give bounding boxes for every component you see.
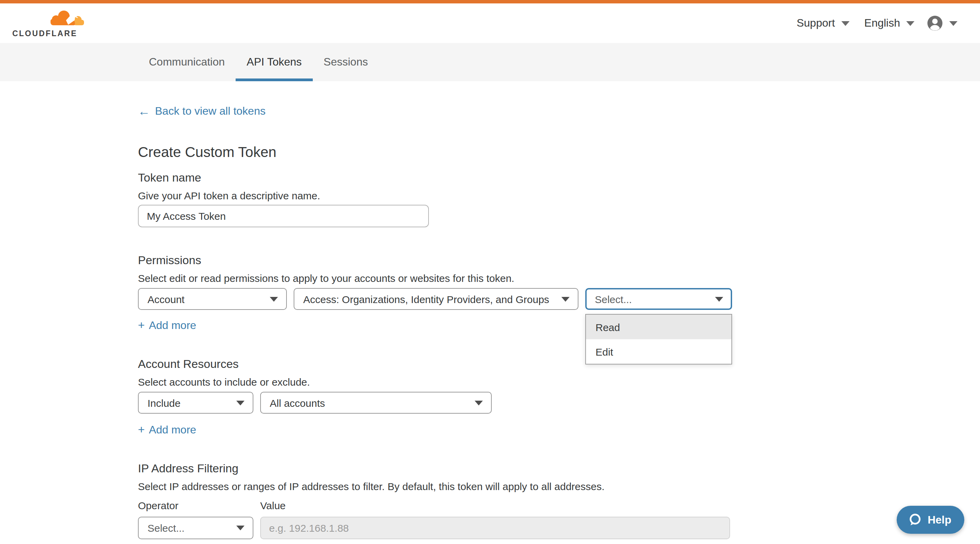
caret-down-icon <box>562 297 570 301</box>
value-label: Value <box>260 500 286 511</box>
permissions-heading: Permissions <box>138 253 980 268</box>
ip-filtering-heading: IP Address Filtering <box>138 462 980 476</box>
caret-down-icon <box>270 297 278 301</box>
caret-down-icon <box>475 400 483 405</box>
support-menu[interactable]: Support <box>797 17 849 29</box>
support-menu-label: Support <box>797 17 835 29</box>
token-name-input[interactable] <box>138 205 429 227</box>
permission-scope-select[interactable]: Account <box>138 288 287 310</box>
account-resources-add-more-link[interactable]: + Add more <box>138 423 196 437</box>
ip-value-input <box>260 517 730 539</box>
access-dropdown-menu: Read Edit <box>585 314 732 365</box>
menu-item-read[interactable]: Read <box>586 315 732 339</box>
left-arrow-icon: ← <box>138 105 150 117</box>
app-header: CLOUDFLARE Support English <box>0 3 980 43</box>
back-link-label: Back to view all tokens <box>155 105 266 118</box>
permission-access-select[interactable]: Select... <box>585 288 732 310</box>
account-resources-heading: Account Resources <box>138 357 980 372</box>
permission-access-wrap: Select... Read Edit <box>585 288 732 310</box>
header-nav: Support English <box>797 15 958 32</box>
permissions-description: Select edit or read permissions to apply… <box>138 272 980 285</box>
help-button-label: Help <box>928 514 951 526</box>
page-title: Create Custom Token <box>138 143 980 161</box>
permissions-add-more-label: Add more <box>149 319 196 332</box>
plus-icon: + <box>138 423 145 437</box>
chevron-down-icon <box>949 21 958 25</box>
operator-label: Operator <box>138 500 178 511</box>
permissions-add-more-link[interactable]: + Add more <box>138 319 196 332</box>
caret-down-icon <box>236 526 245 530</box>
top-accent-bar <box>0 0 980 3</box>
main-content: ← Back to view all tokens Create Custom … <box>0 81 980 539</box>
avatar-icon <box>927 15 943 32</box>
account-resources-description: Select accounts to include or exclude. <box>138 376 980 389</box>
caret-down-icon <box>236 400 245 405</box>
operator-placeholder: Select... <box>148 522 185 534</box>
token-name-description: Give your API token a descriptive name. <box>138 189 980 202</box>
include-select[interactable]: Include <box>138 392 253 414</box>
permission-group-select[interactable]: Access: Organizations, Identity Provider… <box>294 288 578 310</box>
account-menu[interactable] <box>927 15 958 32</box>
chat-bubble-icon <box>908 512 922 527</box>
ip-filtering-section: IP Address Filtering Select IP addresses… <box>138 462 980 539</box>
tab-sessions[interactable]: Sessions <box>313 43 379 81</box>
cloudflare-logo[interactable]: CLOUDFLARE <box>12 9 85 37</box>
back-to-tokens-link[interactable]: ← Back to view all tokens <box>138 105 266 118</box>
tab-api-tokens[interactable]: API Tokens <box>235 43 312 81</box>
language-menu[interactable]: English <box>864 17 915 29</box>
token-name-heading: Token name <box>138 171 980 186</box>
token-name-section: Token name Give your API token a descrip… <box>138 171 980 227</box>
cloudflare-wordmark: CLOUDFLARE <box>12 29 77 37</box>
permission-scope-value: Account <box>148 293 185 305</box>
permission-group-value: Access: Organizations, Identity Provider… <box>303 293 549 305</box>
ip-labels-row: Operator Value <box>138 500 980 512</box>
help-button[interactable]: Help <box>897 506 964 534</box>
account-resources-row: Include All accounts <box>138 392 980 414</box>
include-value: Include <box>148 397 181 409</box>
menu-item-edit[interactable]: Edit <box>586 339 732 364</box>
chevron-down-icon <box>841 21 849 25</box>
page: CLOUDFLARE Support English Communicat <box>0 0 980 544</box>
ip-filtering-description: Select IP addresses or ranges of IP addr… <box>138 480 980 493</box>
profile-tabbar: Communication API Tokens Sessions <box>0 43 980 81</box>
tab-communication[interactable]: Communication <box>138 43 235 81</box>
caret-down-icon <box>715 297 723 301</box>
accounts-value: All accounts <box>270 397 325 409</box>
permissions-section: Permissions Select edit or read permissi… <box>138 253 980 332</box>
account-resources-section: Account Resources Select accounts to inc… <box>138 357 980 437</box>
operator-select[interactable]: Select... <box>138 517 253 539</box>
account-resources-add-more-label: Add more <box>149 423 196 437</box>
language-menu-label: English <box>864 17 900 29</box>
plus-icon: + <box>138 319 145 332</box>
permissions-row: Account Access: Organizations, Identity … <box>138 288 980 310</box>
accounts-select[interactable]: All accounts <box>260 392 492 414</box>
ip-filtering-row: Select... <box>138 517 980 539</box>
permission-access-placeholder: Select... <box>595 293 632 305</box>
cloudflare-cloud-icon <box>42 9 85 29</box>
chevron-down-icon <box>906 21 915 25</box>
